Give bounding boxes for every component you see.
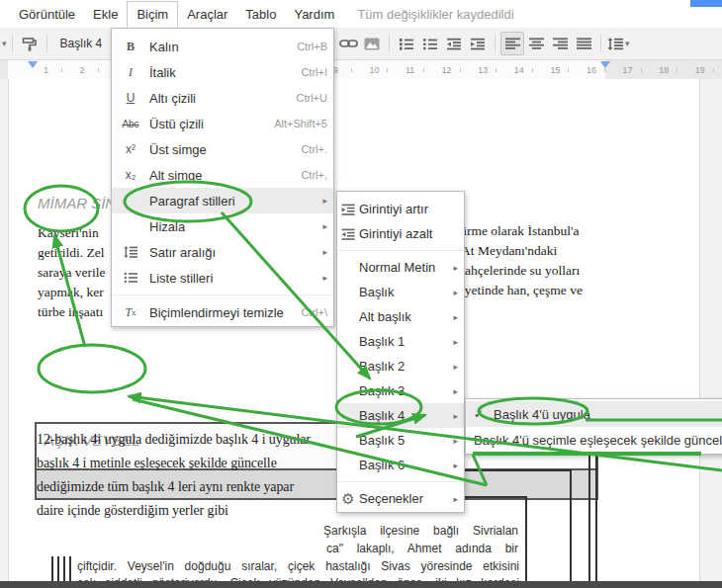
table-border: [525, 496, 527, 588]
menu-item-baslik-6[interactable]: Başlık 6 ▸: [337, 453, 464, 477]
table-border: [57, 556, 59, 584]
menubar-item-goruntule[interactable]: Görüntüle: [10, 2, 84, 27]
menu-item-bicimlendirmeyi-temizle[interactable]: Tx Biçimlendirmeyi temizle Ctrl+\: [112, 299, 333, 325]
ruler-tick: [604, 68, 605, 72]
menu-item-baslik-3[interactable]: Başlık 3 ▸: [337, 378, 464, 403]
menu-shortcut: Ctrl+.: [301, 143, 327, 155]
menu-item-normal-metin[interactable]: Normal Metin ▸: [337, 255, 464, 280]
toolbar-divider: [495, 35, 496, 52]
doc-paragraph-line[interactable]: ahçelerinde su yolları: [465, 263, 580, 279]
menu-item-secenekler[interactable]: ⚙ Seçenekler ▸: [337, 486, 464, 511]
align-center-button[interactable]: [524, 32, 548, 55]
menu-item-baslik-4[interactable]: Başlık 4 ▸: [337, 403, 464, 428]
doc-paragraph-line[interactable]: daire içinde gösterdiğim yerler gibi: [37, 503, 228, 519]
menubar-item-yardim[interactable]: Yardım: [285, 2, 343, 27]
doc-paragraph-line[interactable]: yapmak, ker: [38, 285, 104, 300]
menu-item-ustu-cizili[interactable]: Abc Üstü çizili Alt+Shift+5: [112, 111, 333, 136]
share-button-partial[interactable]: [690, 0, 722, 7]
menu-item-baslik-1[interactable]: Başlık 1 ▸: [337, 329, 464, 354]
doc-paragraph-line[interactable]: türbe inşaatı: [38, 304, 103, 320]
insert-image-button[interactable]: [360, 32, 384, 55]
menu-item-baslik-5[interactable]: Başlık 5 ▸: [337, 428, 464, 453]
menu-separator: [112, 294, 333, 295]
menu-item-alt-baslik[interactable]: Alt başlık ▸: [337, 304, 464, 329]
justify-button[interactable]: [572, 32, 595, 55]
numbered-list-button[interactable]: [395, 32, 418, 55]
menubar-item-bicim[interactable]: Biçim: [127, 1, 178, 28]
gear-icon: ⚙: [337, 490, 359, 508]
menubar-item-araclar[interactable]: Araçlar: [178, 2, 236, 27]
align-right-button[interactable]: [548, 32, 572, 55]
left-indent-marker[interactable]: [28, 61, 38, 68]
doc-paragraph-line[interactable]: şirme olarak İstanbul'a: [458, 223, 579, 239]
doc-paragraph-line[interactable]: dediğimizde tüm başlık 4 leri aynı renkt…: [37, 479, 294, 495]
menu-item-label: Başlık 2: [359, 359, 446, 374]
clear-formatting-icon: Tx: [112, 305, 149, 320]
toolbar-divider: [600, 35, 601, 52]
decrease-indent-button[interactable]: [442, 32, 466, 55]
menubar-item-tablo[interactable]: Tablo: [236, 2, 285, 27]
line-spacing-button[interactable]: ▾: [606, 32, 630, 55]
doc-paragraph-line[interactable]: iyetinde han, çeşme ve: [461, 283, 583, 298]
increase-indent-button[interactable]: [466, 32, 490, 55]
table-border: [69, 556, 71, 584]
doc-paragraph-line[interactable]: getirildi. Zel: [38, 245, 104, 261]
align-left-icon: [505, 38, 520, 49]
submenu-arrow-icon: ▸: [446, 461, 458, 470]
menu-item-label: Paragraf stilleri: [149, 194, 316, 209]
menu-item-label: Satır aralığı: [149, 245, 316, 260]
menu-item-girintiyi-artir[interactable]: Girintiyi artır: [337, 197, 464, 221]
menu-item-label: Seçenekler: [359, 491, 446, 506]
bulleted-list-button[interactable]: [418, 32, 442, 55]
submenu-arrow-icon: ▸: [316, 196, 327, 206]
align-left-button[interactable]: [500, 32, 524, 55]
menu-item-label: Üstü çizili: [149, 117, 266, 131]
ruler[interactable]: 12345678910111213141516171819: [0, 60, 722, 79]
menu-item-italik[interactable]: I İtalik Ctrl+I: [112, 59, 333, 85]
menu-shortcut: Ctrl+U: [297, 92, 327, 104]
submenu-arrow-icon: ▸: [446, 263, 458, 273]
menu-item-ust-simge[interactable]: x² Üst simge Ctrl+.: [112, 136, 333, 162]
doc-paragraph-line[interactable]: ca" lakaplı, Ahmet adında bir: [326, 542, 518, 555]
caret-down-icon: ▾: [625, 39, 630, 48]
menu-item-kalin[interactable]: B Kalın Ctrl+B: [112, 34, 333, 59]
menubar-item-ekle[interactable]: Ekle: [84, 2, 127, 27]
submenu-arrow-icon: ▸: [446, 337, 458, 347]
submenu-arrow-icon: ▸: [446, 386, 458, 396]
doc-paragraph-line[interactable]: 12-başlık 4i uygula dediğimizde başlık 4…: [37, 432, 311, 448]
menu-item-baslik-2[interactable]: Başlık 2 ▸: [337, 354, 464, 378]
doc-paragraph-line[interactable]: başlık 4 i metinle eşleşecek şekilde gün…: [37, 456, 277, 471]
doc-paragraph-line[interactable]: Kayseri'nin: [38, 225, 99, 241]
menu-item-alti-cizili[interactable]: U Altı çizili Ctrl+U: [112, 85, 333, 111]
ruler-number: 2: [80, 65, 85, 75]
menu-item-label: Başlık 3: [359, 383, 446, 398]
doc-paragraph-line[interactable]: Şarkışla ilçesine bağlı Sivrialan: [323, 524, 518, 538]
menu-item-baslik4-uygula[interactable]: ✓ Başlık 4'ü uygula: [466, 401, 722, 427]
paint-format-button[interactable]: [18, 32, 42, 55]
menu-item-alt-simge[interactable]: x₂ Alt simge Ctrl+,: [112, 162, 333, 188]
menu-item-satir-araligi[interactable]: Satır aralığı ▸: [112, 239, 333, 265]
toolbar-overflow-caret-icon[interactable]: ▾: [2, 39, 7, 48]
menu-item-baslik[interactable]: Başlık ▸: [337, 280, 464, 304]
menu-item-liste-stilleri[interactable]: Liste stilleri ▸: [112, 265, 333, 291]
ruler-number: 10: [369, 65, 379, 75]
menu-item-girintiyi-azalt[interactable]: Girintiyi azalt: [337, 221, 464, 246]
menu-item-label: İtalik: [149, 65, 293, 80]
submenu-arrow-icon: ▸: [446, 436, 458, 446]
menu-shortcut: Ctrl+B: [297, 41, 327, 52]
doc-paragraph-line[interactable]: çiftçidir. Veysel'in doğduğu sıralar, çi…: [77, 559, 519, 573]
menu-item-paragraf-stilleri[interactable]: Paragraf stilleri ▸: [112, 188, 333, 213]
ruler-number: 13: [478, 65, 488, 75]
increase-indent-icon: [337, 204, 359, 215]
menu-item-label: Başlık 4'ü seçimle eşleşecek şekilde gün…: [474, 433, 722, 448]
insert-link-button[interactable]: [336, 32, 360, 55]
menu-item-hizala[interactable]: Hizala ▸: [112, 213, 333, 239]
menu-item-label: Liste stilleri: [149, 271, 316, 286]
menu-item-baslik4-guncelle[interactable]: Başlık 4'ü seçimle eşleşecek şekilde gün…: [466, 427, 722, 453]
paragraph-style-selector[interactable]: Başlık 4: [52, 37, 111, 50]
ruler-number: 12: [442, 65, 452, 75]
right-indent-marker[interactable]: [600, 61, 610, 68]
doc-paragraph-line[interactable]: saraya verile: [38, 265, 106, 281]
menu-item-label: Başlık: [359, 285, 446, 299]
doc-paragraph-line[interactable]: , At Meydanı'ndaki: [455, 243, 557, 259]
